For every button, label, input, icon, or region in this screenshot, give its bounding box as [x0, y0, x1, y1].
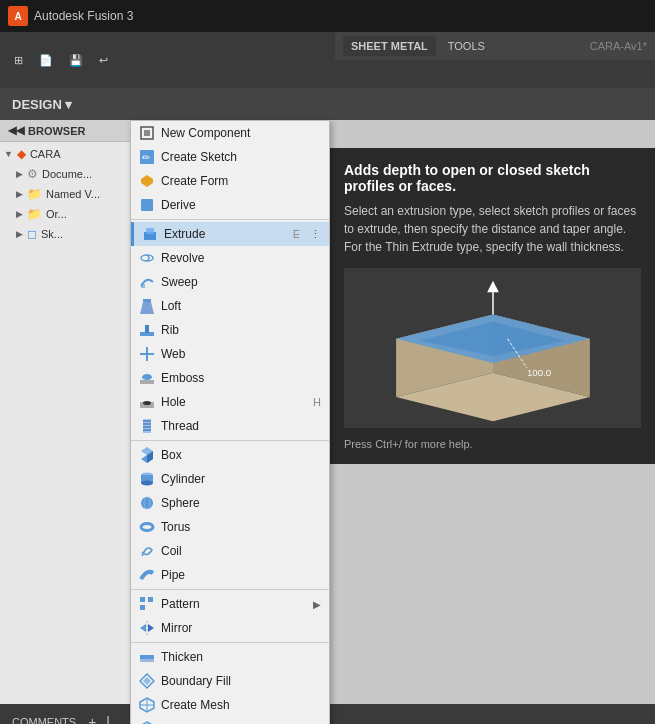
menu-item-web[interactable]: Web — [131, 342, 329, 366]
tooltip-preview-image: 100.0 — [344, 268, 641, 428]
menu-label-create-sketch: Create Sketch — [161, 150, 321, 164]
menu-label-create-mesh: Create Mesh — [161, 698, 321, 712]
menu-label-derive: Derive — [161, 198, 321, 212]
menu-item-cylinder[interactable]: Cylinder — [131, 467, 329, 491]
expand-arrow-sk: ▶ — [16, 229, 23, 239]
browser-item-doc[interactable]: ▶ ⚙ Docume... — [0, 164, 134, 184]
browser-item-named[interactable]: ▶ 📁 Named V... — [0, 184, 134, 204]
sphere-icon — [139, 495, 155, 511]
svg-rect-5 — [141, 199, 153, 211]
menu-item-hole[interactable]: Hole H — [131, 390, 329, 414]
collapse-icon[interactable]: ◀◀ — [8, 124, 24, 137]
menu-item-derive[interactable]: Derive — [131, 193, 329, 217]
doc-icon: ⚙ — [27, 167, 38, 181]
browser-item-sk[interactable]: ▶ ◻ Sk... — [0, 224, 134, 244]
thread-icon — [139, 418, 155, 434]
menu-item-create-mesh[interactable]: Create Mesh — [131, 693, 329, 717]
coil-icon — [139, 543, 155, 559]
menu-label-boundary-fill: Boundary Fill — [161, 674, 321, 688]
title-bar: A Autodesk Fusion 3 — [0, 0, 655, 32]
svg-text:100.0: 100.0 — [526, 366, 550, 377]
rib-icon — [139, 322, 155, 338]
menu-label-cylinder: Cylinder — [161, 472, 321, 486]
comments-label: COMMENTS — [12, 716, 76, 724]
toolbar-new-btn[interactable]: 📄 — [33, 50, 59, 71]
menu-item-extrude[interactable]: Extrude E ⋮ — [131, 222, 329, 246]
loft-icon — [139, 298, 155, 314]
cylinder-icon — [139, 471, 155, 487]
root-icon: ◆ — [17, 147, 26, 161]
tab-sheet-metal[interactable]: SHEET METAL — [343, 36, 436, 56]
menu-item-create-sketch[interactable]: ✏ Create Sketch — [131, 145, 329, 169]
menu-item-create-mesh-section[interactable]: Create Mesh Section Sketch — [131, 717, 329, 724]
svg-rect-16 — [140, 380, 154, 384]
torus-icon — [139, 519, 155, 535]
menu-label-pattern: Pattern — [161, 597, 307, 611]
menu-item-pattern[interactable]: Pattern ▶ — [131, 592, 329, 616]
hole-icon — [139, 394, 155, 410]
svg-point-30 — [141, 481, 153, 486]
pattern-arrow: ▶ — [313, 599, 321, 610]
menu-item-box[interactable]: Box — [131, 443, 329, 467]
app-name: Autodesk Fusion 3 — [34, 9, 133, 23]
svg-point-31 — [141, 497, 153, 509]
menu-item-boundary-fill[interactable]: Boundary Fill — [131, 669, 329, 693]
menu-label-loft: Loft — [161, 299, 321, 313]
menu-item-revolve[interactable]: Revolve — [131, 246, 329, 270]
browser-header: ◀◀ BROWSER — [0, 120, 134, 142]
sk-icon: ◻ — [27, 227, 37, 241]
menu-item-loft[interactable]: Loft — [131, 294, 329, 318]
browser-item-label: CARA — [30, 148, 61, 160]
toolbar-grid-btn[interactable]: ⊞ — [8, 50, 29, 71]
menu-item-pipe[interactable]: Pipe — [131, 563, 329, 587]
menu-label-thicken: Thicken — [161, 650, 321, 664]
menu-label-box: Box — [161, 448, 321, 462]
menu-item-torus[interactable]: Torus — [131, 515, 329, 539]
window-title: CARA-Av1* — [590, 40, 647, 52]
toolbar-undo-btn[interactable]: ↩ — [93, 50, 114, 71]
create-mesh-icon — [139, 697, 155, 713]
menu-label-extrude: Extrude — [164, 227, 287, 241]
menu-label-torus: Torus — [161, 520, 321, 534]
svg-point-17 — [142, 374, 152, 380]
menu-item-rib[interactable]: Rib — [131, 318, 329, 342]
browser-sk-label: Sk... — [41, 228, 63, 240]
menu-item-create-form[interactable]: Create Form — [131, 169, 329, 193]
svg-rect-40 — [140, 655, 154, 659]
extrude-options[interactable]: ⋮ — [310, 228, 321, 241]
browser-named-label: Named V... — [46, 188, 100, 200]
menu-item-emboss[interactable]: Emboss — [131, 366, 329, 390]
svg-rect-13 — [145, 325, 149, 333]
menu-item-thicken[interactable]: Thicken — [131, 645, 329, 669]
menu-label-hole: Hole — [161, 395, 307, 409]
svg-marker-43 — [143, 677, 151, 685]
browser-item-root[interactable]: ▼ ◆ CARA — [0, 144, 134, 164]
tab-tools[interactable]: TOOLS — [440, 36, 493, 56]
extrude-shortcut: E — [293, 228, 300, 240]
menu-item-new-component[interactable]: New Component — [131, 121, 329, 145]
svg-rect-35 — [140, 605, 145, 610]
menu-item-coil[interactable]: Coil — [131, 539, 329, 563]
menu-item-sweep[interactable]: Sweep — [131, 270, 329, 294]
toolbar-save-btn[interactable]: 💾 — [63, 50, 89, 71]
svg-marker-39 — [148, 624, 154, 632]
menu-label-create-form: Create Form — [161, 174, 321, 188]
design-mode-bar: DESIGN ▾ — [0, 88, 655, 120]
tooltip-panel: Adds depth to open or closed sketch prof… — [330, 148, 655, 464]
svg-rect-1 — [144, 130, 150, 136]
add-comment-btn[interactable]: + — [88, 714, 96, 724]
menu-item-sphere[interactable]: Sphere — [131, 491, 329, 515]
expand-arrow: ▼ — [4, 149, 13, 159]
menu-item-mirror[interactable]: Mirror — [131, 616, 329, 640]
menu-item-thread[interactable]: Thread — [131, 414, 329, 438]
design-mode-label[interactable]: DESIGN ▾ — [12, 97, 72, 112]
svg-rect-34 — [140, 597, 145, 602]
separator-1 — [131, 219, 329, 220]
sweep-icon — [139, 274, 155, 290]
pipe-icon — [139, 567, 155, 583]
create-form-icon — [139, 173, 155, 189]
hole-shortcut: H — [313, 396, 321, 408]
browser-item-or[interactable]: ▶ 📁 Or... — [0, 204, 134, 224]
mirror-icon — [139, 620, 155, 636]
menu-label-web: Web — [161, 347, 321, 361]
